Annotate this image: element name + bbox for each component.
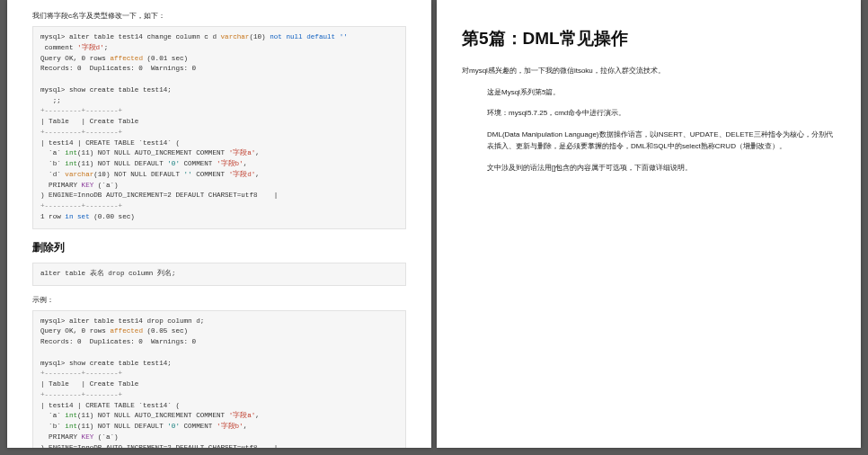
code-line: | test14 | CREATE TABLE `test14` ( [40, 139, 180, 147]
code-line: Query OK, 0 rows affected (0.01 sec) [40, 55, 188, 62]
code-line: | Table | Create Table [40, 380, 138, 388]
code-line: ) ENGINE=InnoDB AUTO_INCREMENT=2 DEFAULT… [40, 444, 278, 448]
code-line: `d` varchar(10) NOT NULL DEFAULT '' COMM… [40, 171, 260, 178]
code-block-1: mysql> alter table test14 change column … [32, 26, 406, 229]
code-line: `b` int(11) NOT NULL DEFAULT '0' COMMENT… [40, 160, 247, 167]
code-line: PRIMARY KEY (`a`) [40, 433, 119, 441]
heading-delete-column: 删除列 [32, 240, 406, 255]
code-block-2: alter table 表名 drop column 列名; [32, 263, 406, 286]
paragraph-env: 环境：mysql5.7.25，cmd命令中进行演示。 [462, 107, 836, 120]
intro-text-1: 我们将字段c名字及类型修改一下，如下： [32, 11, 406, 21]
code-line: `a` int(11) NOT NULL AUTO_INCREMENT COMM… [40, 412, 260, 419]
code-line: Records: 0 Duplicates: 0 Warnings: 0 [40, 338, 196, 345]
code-line: +---------+--------+ [40, 370, 122, 377]
paragraph-dml: DML(Data Manipulation Language)数据操作语言，以I… [462, 129, 836, 153]
code-line: +---------+--------+ [40, 202, 122, 210]
code-line: Query OK, 0 rows affected (0.05 sec) [40, 327, 188, 335]
paragraph-intro: 对mysql感兴趣的，加一下我的微信itsoku，拉你入群交流技术。 [462, 65, 836, 77]
code-line: ;; [40, 97, 61, 104]
code-line: `a` int(11) NOT NULL AUTO_INCREMENT COMM… [40, 149, 260, 156]
code-line: ) ENGINE=InnoDB AUTO_INCREMENT=2 DEFAULT… [40, 192, 278, 199]
page-right: 第5篇：DML常见操作 对mysql感兴趣的，加一下我的微信itsoku，拉你入… [437, 0, 861, 448]
page-title: 第5篇：DML常见操作 [462, 27, 836, 50]
code-line: +---------+--------+ [40, 391, 122, 398]
intro-text-2: 示例： [32, 295, 406, 305]
code-line: 1 row in set (0.00 sec) [40, 213, 135, 220]
code-line: comment '字段d'; [40, 44, 108, 51]
code-line: +---------+--------+ [40, 107, 122, 114]
code-line: | test14 | CREATE TABLE `test14` ( [40, 402, 180, 409]
code-line: `b` int(11) NOT NULL DEFAULT '0' COMMENT… [40, 423, 247, 430]
code-line: PRIMARY KEY (`a`) [40, 182, 119, 189]
code-line: mysql> alter table test14 change column … [40, 33, 348, 40]
code-line: +---------+--------+ [40, 129, 122, 136]
code-line: mysql> show create table test14; [40, 360, 172, 367]
paragraph-syntax: 文中涉及到的语法用[]包含的内容属于可选项，下面做详细说明。 [462, 162, 836, 174]
code-line: Records: 0 Duplicates: 0 Warnings: 0 [40, 65, 196, 72]
code-line: mysql> alter table test14 drop column d; [40, 317, 204, 325]
code-line: | Table | Create Table [40, 118, 138, 125]
paragraph-series: 这是Mysql系列第5篇。 [462, 86, 836, 99]
code-line: mysql> show create table test14; [40, 86, 172, 94]
code-block-3: mysql> alter table test14 drop column d;… [32, 310, 406, 448]
page-left: 我们将字段c名字及类型修改一下，如下： mysql> alter table t… [7, 0, 431, 448]
